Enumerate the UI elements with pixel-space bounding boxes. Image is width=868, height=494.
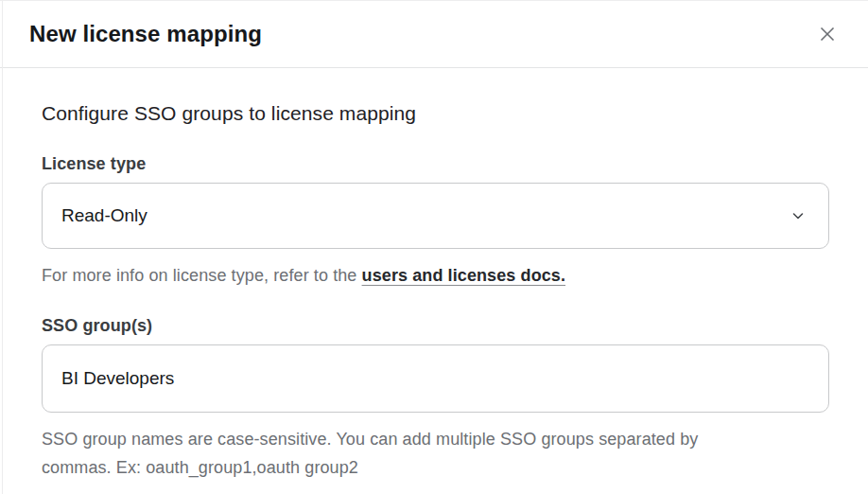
license-type-helper: For more info on license type, refer to …: [42, 261, 830, 290]
license-type-label: License type: [42, 154, 830, 174]
close-button[interactable]: [811, 18, 843, 50]
modal-body: Configure SSO groups to license mapping …: [0, 68, 868, 482]
chevron-down-icon: [790, 208, 806, 223]
license-type-field: License type Read-Only For more info on …: [42, 154, 830, 290]
page-title: New license mapping: [29, 21, 262, 47]
modal-left-edge: [2, 1, 3, 494]
users-licenses-docs-link[interactable]: users and licenses docs.: [362, 266, 566, 285]
modal-header: New license mapping: [0, 1, 868, 68]
sso-groups-input[interactable]: [42, 344, 829, 413]
new-license-mapping-modal: New license mapping Configure SSO groups…: [0, 0, 868, 494]
sso-groups-helper: SSO group names are case-sensitive. You …: [42, 425, 709, 482]
close-icon: [814, 21, 841, 47]
section-heading: Configure SSO groups to license mapping: [42, 102, 830, 125]
license-type-select[interactable]: Read-Only: [42, 183, 829, 249]
license-type-selected-value: Read-Only: [61, 205, 148, 226]
sso-groups-field: SSO group(s) SSO group names are case-se…: [42, 316, 830, 482]
sso-groups-label: SSO group(s): [42, 316, 830, 336]
license-type-helper-text: For more info on license type, refer to …: [42, 266, 362, 285]
